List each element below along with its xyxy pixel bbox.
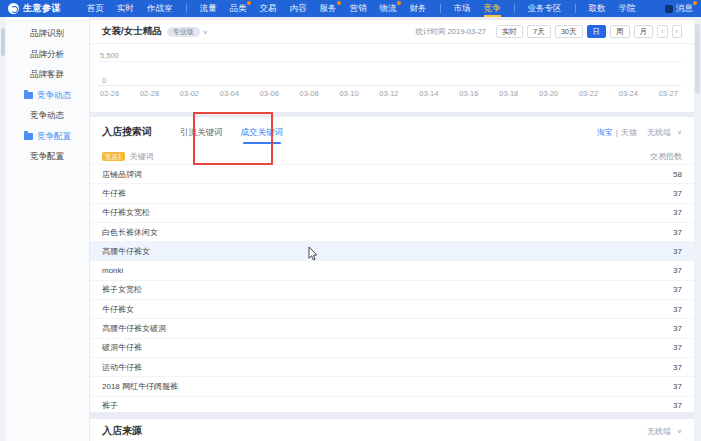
sidebar-item-竞争动态[interactable]: 竞争动态 xyxy=(6,86,89,107)
value-column-header[interactable]: 交易指数 xyxy=(650,151,682,162)
edition-badge: 专业版 xyxy=(167,27,200,37)
page-scrollbar[interactable] xyxy=(694,20,701,441)
value-cell: 37 xyxy=(673,363,682,372)
range-button-7天[interactable]: 7天 xyxy=(527,25,551,38)
notification-dot xyxy=(693,1,697,5)
trend-chart: 5,500 0 02-2602-2803-0203-0403-0603-0803… xyxy=(90,44,694,111)
terminal-filter[interactable]: 无线端 ∨ xyxy=(647,426,682,437)
nav-divider xyxy=(514,4,515,13)
sidebar-item-品牌客群[interactable]: 品牌客群 xyxy=(6,65,89,86)
nav-item-服务[interactable]: 服务 xyxy=(320,0,337,17)
sidebar-item-品牌识别[interactable]: 品牌识别 xyxy=(6,24,89,45)
sidebar-scroll-thumb[interactable] xyxy=(1,28,5,56)
sidebar-item-label: 竞争动态 xyxy=(30,110,64,122)
tab-引流关键词[interactable]: 引流关键词 xyxy=(180,117,223,147)
table-row[interactable]: 高腰牛仔裤女破洞37 xyxy=(90,318,694,337)
nav-item-财务[interactable]: 财务 xyxy=(410,0,427,17)
sidebar-item-品牌分析[interactable]: 品牌分析 xyxy=(6,45,89,66)
table-row[interactable]: 牛仔裤女37 xyxy=(90,299,694,318)
stat-time-label: 统计时间 2019-03-27 xyxy=(416,27,486,37)
sidebar-item-竞争配置[interactable]: 竞争配置 xyxy=(6,147,89,168)
x-tick-label: 03-20 xyxy=(539,89,558,98)
table-row[interactable]: 高腰牛仔裤女37 xyxy=(90,241,694,260)
table-row[interactable]: 牛仔裤37 xyxy=(90,183,694,202)
nav-item-营销[interactable]: 营销 xyxy=(350,0,367,17)
nav-item-流量[interactable]: 流量 xyxy=(200,0,217,17)
keyword-cell: 白色长裤休闲女 xyxy=(102,227,158,238)
sidebar-item-竞争配置[interactable]: 竞争配置 xyxy=(6,127,89,148)
sidebar-item-label: 竞争配置 xyxy=(30,151,64,163)
time-controls: 统计时间 2019-03-27 实时7天30天日周月 ‹ › xyxy=(416,25,682,38)
x-axis-labels: 02-2602-2803-0203-0403-0603-0803-1003-12… xyxy=(100,89,678,98)
x-tick-label: 03-08 xyxy=(300,89,319,98)
table-row[interactable]: 白色长裤休闲女37 xyxy=(90,222,694,241)
table-row[interactable]: monki37 xyxy=(90,260,694,279)
table-row[interactable]: 裤子37 xyxy=(90,396,694,415)
keyword-cell: 运动牛仔裤 xyxy=(102,362,142,373)
range-button-月[interactable]: 月 xyxy=(634,25,654,38)
value-cell: 37 xyxy=(673,266,682,275)
table-row[interactable]: 运动牛仔裤37 xyxy=(90,357,694,376)
chevron-down-icon[interactable]: ∨ xyxy=(203,28,208,34)
category-name[interactable]: 女装/女士精品 xyxy=(102,25,162,38)
keyword-cell: 裤子 xyxy=(102,400,118,411)
keyword-cell: 2018 网红牛仔阔腿裤 xyxy=(102,381,178,392)
x-axis-baseline xyxy=(98,85,682,86)
brand[interactable]: 生意参谋 xyxy=(8,2,61,15)
nav-item-竞争[interactable]: 竞争 xyxy=(484,0,501,17)
nav-item-业务专区[interactable]: 业务专区 xyxy=(528,0,562,17)
value-cell: 37 xyxy=(673,305,682,314)
platform-filter[interactable]: 淘宝 | 天猫 无线端 ∨ xyxy=(597,127,682,138)
y-axis-max-label: 5,500 xyxy=(100,51,119,60)
table-row[interactable]: 店铺品牌词58 xyxy=(90,164,694,183)
trend-card: 女装/女士精品 专业版 ∨ 统计时间 2019-03-27 实时7天30天日周月… xyxy=(90,20,694,112)
brand-name: 生意参谋 xyxy=(23,2,61,15)
sidebar-item-label: 竞争配置 xyxy=(37,131,71,143)
nav-item-学院[interactable]: 学院 xyxy=(619,0,636,17)
table-header: 竞店1 关键词 交易指数 xyxy=(90,148,694,164)
nav-divider xyxy=(575,4,576,13)
table-row[interactable]: 裤子女宽松37 xyxy=(90,280,694,299)
x-tick-label: 03-06 xyxy=(260,89,279,98)
store-source-card: 入店来源 无线端 ∨ xyxy=(90,419,694,441)
value-cell: 37 xyxy=(673,189,682,198)
nav-item-交易[interactable]: 交易 xyxy=(260,0,277,17)
nav-item-实时[interactable]: 实时 xyxy=(117,0,134,17)
platform-tmall[interactable]: 天猫 xyxy=(621,127,637,138)
table-row[interactable]: 牛仔裤女宽松37 xyxy=(90,203,694,222)
nav-divider xyxy=(186,4,187,13)
nav-item-品类[interactable]: 品类 xyxy=(230,0,247,17)
range-button-实时[interactable]: 实时 xyxy=(496,25,523,38)
prev-period-button[interactable]: ‹ xyxy=(657,25,668,38)
value-cell: 37 xyxy=(673,343,682,352)
nav-item-取数[interactable]: 取数 xyxy=(589,0,606,17)
chevron-down-icon[interactable]: ∨ xyxy=(677,129,682,135)
platform-taobao[interactable]: 淘宝 xyxy=(597,127,613,138)
nav-menu: 首页实时作战室流量品类交易内容服务营销物流财务市场竞争业务专区取数学院 xyxy=(87,0,636,17)
nav-item-市场[interactable]: 市场 xyxy=(454,0,471,17)
page-scroll-thumb[interactable] xyxy=(695,24,700,94)
table-row[interactable]: 破洞牛仔裤37 xyxy=(90,338,694,357)
range-button-日[interactable]: 日 xyxy=(587,25,607,38)
sidebar-menu: 品牌识别品牌分析品牌客群竞争动态竞争动态竞争配置竞争配置 xyxy=(6,24,89,168)
x-tick-label: 03-16 xyxy=(459,89,478,98)
competitor-store-badge: 竞店1 xyxy=(102,152,125,161)
chevron-down-icon[interactable]: ∨ xyxy=(677,428,682,434)
keyword-cell: 高腰牛仔裤女 xyxy=(102,246,150,257)
nav-messages[interactable]: 消息 xyxy=(665,0,693,17)
nav-item-内容[interactable]: 内容 xyxy=(290,0,307,17)
range-button-30天[interactable]: 30天 xyxy=(555,25,583,38)
table-row[interactable]: 2018 网红牛仔阔腿裤37 xyxy=(90,376,694,395)
y-axis-min-label: 0 xyxy=(102,76,106,85)
sidebar-item-竞争动态[interactable]: 竞争动态 xyxy=(6,106,89,127)
tab-成交关键词[interactable]: 成交关键词 xyxy=(241,117,284,147)
nav-item-首页[interactable]: 首页 xyxy=(87,0,104,17)
nav-item-物流[interactable]: 物流 xyxy=(380,0,397,17)
next-period-button[interactable]: › xyxy=(672,25,683,38)
x-tick-label: 03-04 xyxy=(220,89,239,98)
keyword-column-header: 关键词 xyxy=(130,151,154,162)
range-button-周[interactable]: 周 xyxy=(610,25,630,38)
terminal-filter[interactable]: 无线端 xyxy=(647,127,671,138)
nav-item-作战室[interactable]: 作战室 xyxy=(147,0,173,17)
value-cell: 37 xyxy=(673,324,682,333)
